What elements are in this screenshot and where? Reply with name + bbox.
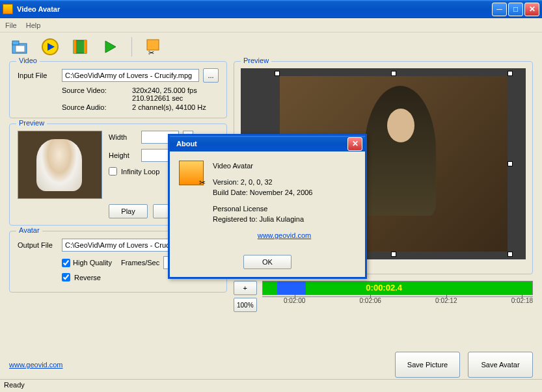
menubar: File Help	[0, 18, 542, 33]
play-icon	[102, 38, 118, 55]
about-build: Build Date: November 24, 2006	[213, 189, 312, 196]
footer-link[interactable]: www.geovid.com	[9, 361, 63, 369]
toolbar-separator	[131, 37, 132, 57]
high-quality-label: High Quality	[73, 259, 112, 267]
timeline-current-time: 0:00:02.4	[366, 283, 402, 293]
high-quality-checkbox[interactable]	[62, 259, 70, 267]
input-file-field[interactable]	[62, 69, 199, 82]
video-legend: Video	[16, 57, 40, 64]
play-circle-icon	[40, 37, 60, 57]
infinity-loop-checkbox[interactable]	[109, 167, 117, 176]
minimize-button[interactable]: ─	[492, 3, 507, 16]
about-url[interactable]: www.geovid.com	[258, 231, 312, 239]
source-audio-label: Source Audio:	[62, 103, 127, 111]
svg-rect-7	[84, 40, 87, 53]
crop-button[interactable]: ✂	[142, 36, 165, 58]
about-titlebar: About ✕	[170, 136, 365, 151]
zoom-100-button[interactable]: 100%	[234, 298, 257, 312]
svg-rect-1	[12, 41, 19, 45]
play-media-button[interactable]	[39, 36, 61, 58]
fps-label: Frames/Sec	[121, 259, 159, 267]
about-version: Version: 2, 0, 0, 32	[213, 178, 273, 186]
svg-text:✂: ✂	[148, 49, 154, 57]
film-icon	[70, 37, 90, 57]
timeline-selection[interactable]	[277, 281, 306, 294]
about-close-button[interactable]: ✕	[347, 137, 362, 151]
folder-icon	[10, 37, 30, 57]
save-picture-button[interactable]: Save Picture	[395, 352, 460, 378]
main-preview-legend: Preview	[241, 57, 271, 64]
svg-rect-2	[16, 46, 25, 52]
zoom-in-button[interactable]: +	[234, 281, 257, 295]
statusbar: Ready	[0, 379, 542, 392]
source-video-value: 320x240, 25.000 fps 210.912661 sec	[132, 86, 219, 102]
timeline-ruler: 0:02:00 0:02:06 0:02:12 0:02:18	[262, 296, 533, 313]
about-ok-button[interactable]: OK	[243, 255, 291, 269]
about-license: Personal License	[213, 205, 267, 213]
browse-input-button[interactable]: ...	[203, 68, 219, 83]
source-audio-value: 2 channel(s), 44100 Hz	[132, 103, 219, 111]
video-group: Video Input File ... Source Video: 320x2…	[9, 61, 227, 118]
height-label: Height	[109, 151, 137, 159]
width-label: Width	[109, 133, 137, 141]
reverse-checkbox[interactable]	[62, 273, 70, 281]
window-titlebar: Video Avatar ─ □ ✕	[0, 0, 542, 18]
svg-marker-8	[105, 41, 116, 53]
close-button[interactable]: ✕	[524, 3, 539, 16]
about-registered: Registered to: Julia Kulagina	[213, 215, 304, 223]
svg-rect-6	[74, 40, 76, 53]
play-button[interactable]: Play	[109, 204, 148, 218]
input-file-label: Input File	[18, 72, 58, 79]
menu-file[interactable]: File	[5, 21, 17, 29]
output-file-label: Output File	[18, 241, 58, 249]
about-product: Video Avatar	[213, 161, 356, 172]
open-file-button[interactable]	[9, 36, 31, 58]
run-button[interactable]	[99, 36, 121, 58]
about-dialog: About ✕ Video Avatar Version: 2, 0, 0, 3…	[168, 134, 367, 279]
save-avatar-button[interactable]: Save Avatar	[468, 352, 533, 378]
preview-extra-button[interactable]	[153, 204, 169, 218]
timeline-bar[interactable]: 0:00:02.4	[262, 281, 533, 295]
reverse-label: Reverse	[74, 274, 101, 281]
preview-thumbnail	[18, 131, 102, 199]
timeline[interactable]: 0:00:02.4 0:02:00 0:02:06 0:02:12 0:02:1…	[262, 281, 533, 313]
about-title: About	[172, 140, 347, 148]
avatar-legend: Avatar	[16, 226, 42, 234]
maximize-button[interactable]: □	[508, 3, 523, 16]
status-text: Ready	[4, 381, 25, 389]
film-button[interactable]	[69, 36, 91, 58]
app-icon	[3, 4, 13, 14]
source-video-label: Source Video:	[62, 86, 127, 102]
window-title: Video Avatar	[17, 5, 492, 13]
infinity-loop-label: Infinity Loop	[121, 168, 159, 176]
scissors-film-icon: ✂	[144, 37, 163, 57]
menu-help[interactable]: Help	[26, 21, 41, 29]
preview-legend: Preview	[16, 119, 47, 127]
about-app-icon	[179, 161, 204, 185]
